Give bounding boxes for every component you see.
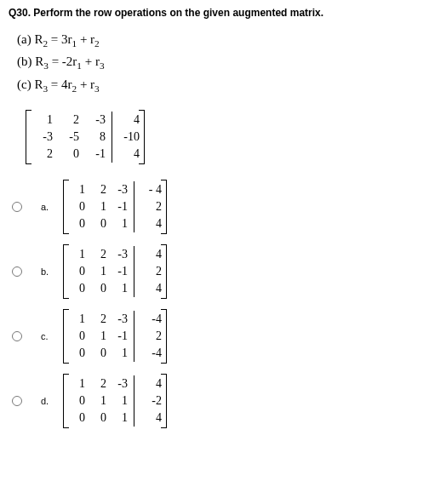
radio-c[interactable]: [12, 331, 22, 341]
cell: -3: [82, 113, 108, 127]
op-sub: 3: [94, 83, 100, 94]
cell: 1: [109, 282, 130, 295]
cell: -5: [55, 130, 82, 144]
op-text: + r: [82, 54, 100, 68]
aug-bar: [134, 280, 134, 297]
aug-bar: [134, 328, 134, 345]
cell: 2: [138, 200, 163, 214]
cell: 1: [66, 312, 88, 326]
cell: 1: [29, 113, 55, 127]
aug-bar: [134, 392, 134, 410]
choice-matrix: 1 2 -3 4 0 1 1 -2 0 0 1: [63, 374, 167, 428]
cell: 0: [55, 147, 82, 161]
choice-label: d.: [41, 396, 56, 406]
cell: 0: [88, 411, 109, 425]
choice-label: a.: [41, 202, 56, 212]
operation-c: (c) R3 = 4r2 + r3: [17, 76, 420, 95]
matrix-row: 1 2 -3 4: [66, 246, 163, 263]
matrix-row: 2 0 -1 4: [29, 146, 141, 163]
operation-b: (b) R3 = -2r1 + r3: [17, 53, 420, 72]
cell: -3: [29, 130, 55, 144]
cell: 2: [88, 183, 109, 197]
cell: 0: [66, 217, 88, 231]
cell: -1: [109, 200, 130, 214]
cell: -2: [138, 394, 163, 408]
matrix-row: 0 0 1 4: [66, 280, 163, 297]
matrix-row: 1 2 -3 - 4: [66, 181, 163, 198]
row-operations: (a) R2 = 3r1 + r2 (b) R3 = -2r1 + r3 (c)…: [17, 31, 420, 95]
cell: -4: [138, 346, 163, 360]
choice-a: a. 1 2 -3 - 4 0 1 -1 2 0 0: [12, 180, 420, 234]
matrix-row: 0 0 1 -4: [66, 345, 163, 362]
choice-matrix: 1 2 -3 - 4 0 1 -1 2 0 0 1: [63, 180, 167, 234]
cell: 4: [138, 217, 163, 231]
aug-bar: [134, 345, 134, 362]
cell: 0: [66, 265, 88, 278]
cell: -1: [109, 329, 130, 343]
cell: -1: [82, 147, 108, 161]
operation-a: (a) R2 = 3r1 + r2: [17, 31, 420, 50]
cell: 0: [66, 329, 88, 343]
choice-matrix: 1 2 -3 4 0 1 -1 2 0 0 1: [63, 244, 167, 299]
aug-bar: [112, 146, 112, 163]
matrix-row: 0 1 1 -2: [66, 392, 163, 410]
choice-label: b.: [41, 266, 56, 277]
cell: -3: [109, 248, 130, 261]
cell: -3: [109, 312, 130, 326]
cell: 0: [88, 217, 109, 231]
cell: 2: [138, 265, 163, 278]
cell: 2: [88, 248, 109, 261]
cell: 2: [88, 377, 109, 391]
cell: 1: [109, 346, 130, 360]
cell: 0: [66, 411, 88, 425]
aug-bar: [134, 181, 134, 198]
cell: 2: [138, 329, 163, 343]
cell: 1: [66, 183, 88, 197]
radio-d[interactable]: [12, 396, 22, 406]
op-text: + r: [77, 32, 94, 46]
choice-c: c. 1 2 -3 -4 0 1 -1 2 0 0: [12, 309, 420, 364]
cell: 1: [66, 377, 88, 391]
op-text: (b) R: [17, 54, 43, 68]
radio-b[interactable]: [12, 266, 22, 277]
cell: 1: [88, 394, 109, 408]
cell: 0: [66, 394, 88, 408]
cell: 1: [109, 411, 130, 425]
cell: 4: [138, 411, 163, 425]
given-matrix: 1 2 -3 4 -3 -5 8 -10 2 0 -1 4: [26, 110, 145, 164]
cell: -10: [116, 130, 141, 144]
aug-bar: [112, 112, 112, 129]
op-text: = -2r: [49, 54, 77, 68]
cell: 4: [116, 113, 141, 127]
cell: -1: [109, 265, 130, 278]
cell: 2: [29, 147, 55, 161]
choice-label: c.: [41, 331, 56, 341]
aug-bar: [134, 215, 134, 232]
aug-bar: [112, 129, 112, 146]
cell: -4: [138, 312, 163, 326]
aug-bar: [134, 246, 134, 263]
cell: 1: [88, 200, 109, 214]
radio-a[interactable]: [12, 202, 22, 212]
cell: 4: [138, 248, 163, 261]
op-text: (c) R: [17, 77, 43, 91]
matrix-row: 0 1 -1 2: [66, 198, 163, 215]
choice-d: d. 1 2 -3 4 0 1 1 -2 0 0: [12, 374, 420, 428]
cell: 2: [55, 113, 82, 127]
op-text: + r: [77, 77, 94, 91]
matrix-row: 1 2 -3 4: [29, 112, 141, 129]
cell: 1: [88, 329, 109, 343]
aug-bar: [134, 375, 134, 392]
page: Q30. Perform the row operations on the g…: [0, 0, 429, 504]
matrix-row: 1 2 -3 4: [66, 375, 163, 392]
cell: 1: [109, 394, 130, 408]
cell: 1: [109, 217, 130, 231]
aug-bar: [134, 198, 134, 215]
choices: a. 1 2 -3 - 4 0 1 -1 2 0 0: [12, 180, 420, 428]
op-text: = 4r: [48, 77, 72, 91]
matrix-row: 0 0 1 4: [66, 410, 163, 427]
aug-bar: [134, 410, 134, 427]
cell: - 4: [138, 183, 163, 197]
matrix-row: 0 1 -1 2: [66, 263, 163, 280]
cell: 4: [116, 147, 141, 161]
